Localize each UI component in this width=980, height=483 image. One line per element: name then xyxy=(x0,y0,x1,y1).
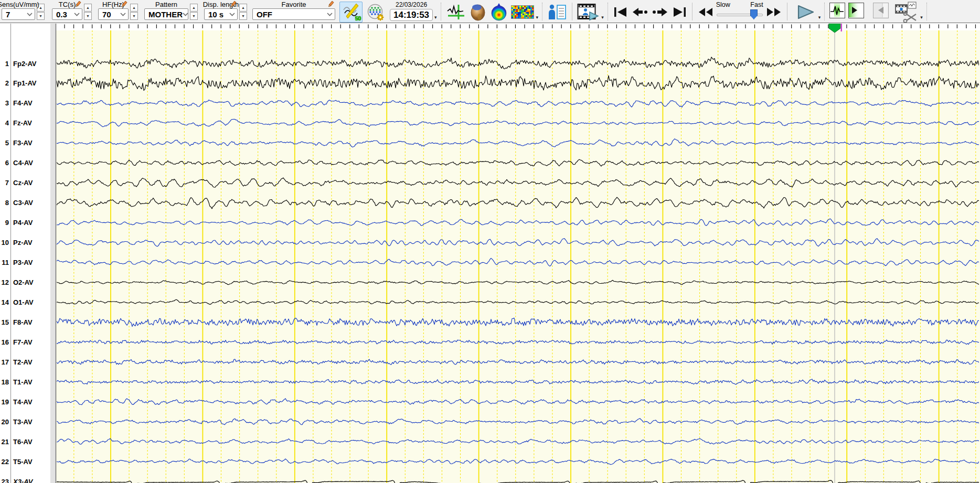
play-dropdown-caret[interactable]: ▾ xyxy=(818,15,821,20)
channel-label: F3-AV xyxy=(13,139,33,147)
channel-row-p3-av[interactable]: 11P3-AV xyxy=(0,259,50,267)
edit-pencil-icon[interactable] xyxy=(120,1,129,8)
pattern-step-down-button[interactable]: ▼ xyxy=(190,12,198,20)
channel-row-t2-av[interactable]: 17T2-AV xyxy=(0,358,50,366)
topo-map-icon xyxy=(490,3,508,22)
disp-length-step-up-button[interactable]: ▲ xyxy=(239,4,247,12)
param-group-favorite: Favorite OFF xyxy=(252,0,335,20)
param-group-hf: HF(Hz) 70 ▲ ▼ xyxy=(98,0,138,20)
play-reverse-button[interactable] xyxy=(873,3,889,18)
sens-value: 7 xyxy=(6,10,10,19)
channel-row-t6-av[interactable]: 21T6-AV xyxy=(0,437,50,446)
electrode-map-gear-icon xyxy=(367,3,386,22)
play-from-cursor-button[interactable] xyxy=(848,3,864,18)
pattern-combo[interactable]: MOTHER xyxy=(144,8,188,20)
waveform-axes-icon xyxy=(446,3,466,21)
previous-page-button[interactable] xyxy=(630,2,650,23)
recording-date: 22/03/2026 xyxy=(396,1,427,8)
head-3d-map-button[interactable] xyxy=(467,2,488,23)
channel-row-f7-av[interactable]: 16F7-AV xyxy=(0,338,50,346)
analysis-dropdown-caret[interactable]: ▾ xyxy=(536,15,539,20)
toolbar-separator xyxy=(542,3,542,20)
electrode-settings-button[interactable] xyxy=(365,2,388,23)
spectrogram-button[interactable] xyxy=(509,2,536,23)
channel-row-fz-av[interactable]: 4Fz-AV xyxy=(0,119,50,127)
channel-label: T3-AV xyxy=(13,418,33,426)
channel-row-f8-av[interactable]: 15F8-AV xyxy=(0,318,50,326)
channel-row-o2-av[interactable]: 12O2-AV xyxy=(0,278,50,286)
channel-row-f3-av[interactable]: 5F3-AV xyxy=(0,139,50,147)
tc-step-up-button[interactable]: ▲ xyxy=(84,4,92,12)
channel-label: T2-AV xyxy=(13,358,33,366)
toolbar-separator xyxy=(787,3,787,20)
tc-combo[interactable]: 0.3 xyxy=(52,8,82,20)
chevron-down-icon xyxy=(120,13,126,16)
notch-frequency-badge: 50 xyxy=(355,15,361,22)
dot-arrow-right-icon xyxy=(652,7,668,17)
channel-row-t1-av[interactable]: 18T1-AV xyxy=(0,378,50,386)
waveform-measure-button[interactable] xyxy=(444,2,467,23)
hf-step-up-button[interactable]: ▲ xyxy=(130,4,138,12)
channel-row-fp2-av[interactable]: 1Fp2-AV xyxy=(0,59,50,68)
disp-length-combo[interactable]: 10 s xyxy=(204,8,238,20)
channel-row-fp1-av[interactable]: 2Fp1-AV xyxy=(0,79,50,88)
channel-label: Cz-AV xyxy=(13,179,33,187)
disp-length-step-down-button[interactable]: ▼ xyxy=(239,12,247,20)
play-icon xyxy=(795,4,816,20)
channel-row-p4-av[interactable]: 9P4-AV xyxy=(0,219,50,227)
datetime-dropdown-caret[interactable]: ▾ xyxy=(434,15,437,20)
jump-to-end-button[interactable] xyxy=(670,2,689,23)
channel-row-pz-av[interactable]: 10Pz-AV xyxy=(0,239,50,247)
channel-label: Fp1-AV xyxy=(13,79,37,87)
sens-step-down-button[interactable]: ▼ xyxy=(37,12,45,20)
tc-step-down-button[interactable]: ▼ xyxy=(84,12,92,20)
channel-number: 21 xyxy=(0,438,9,446)
sens-combo[interactable]: 7 xyxy=(2,8,35,20)
hf-stepper: ▲ ▼ xyxy=(130,4,138,20)
channel-row-x3-av[interactable]: 23X3-AV xyxy=(0,478,50,483)
pattern-step-up-button[interactable]: ▲ xyxy=(190,4,198,12)
channel-number: 2 xyxy=(0,79,9,87)
review-segment-button[interactable] xyxy=(829,3,845,18)
channel-number: 16 xyxy=(0,338,9,346)
clip-dropdown-caret[interactable]: ▾ xyxy=(920,15,923,20)
channel-row-o1-av[interactable]: 14O1-AV xyxy=(0,298,50,306)
video-clip-cut-button[interactable] xyxy=(893,2,920,23)
channel-row-t5-av[interactable]: 22T5-AV xyxy=(0,457,50,466)
hf-combo[interactable]: 70 xyxy=(98,8,129,20)
channel-number: 23 xyxy=(0,478,9,483)
rewind-button[interactable] xyxy=(696,2,716,23)
fast-forward-button[interactable] xyxy=(764,2,784,23)
video-playback-button[interactable] xyxy=(576,2,601,23)
favorite-combo[interactable]: OFF xyxy=(252,8,335,20)
speed-slider-thumb[interactable] xyxy=(750,9,758,19)
video-dropdown-caret[interactable]: ▾ xyxy=(601,15,604,20)
channel-row-c3-av[interactable]: 8C3-AV xyxy=(0,199,50,207)
channel-label: C4-AV xyxy=(13,159,33,167)
jump-to-start-button[interactable] xyxy=(611,2,630,23)
play-button[interactable] xyxy=(794,2,818,23)
channel-label: O2-AV xyxy=(13,278,34,286)
patient-info-button[interactable] xyxy=(546,2,569,23)
edit-pencil-icon[interactable] xyxy=(229,1,238,8)
datetime-display[interactable]: 22/03/2026 14:19:53 xyxy=(390,1,433,21)
channel-row-c4-av[interactable]: 6C4-AV xyxy=(0,159,50,167)
channel-label: Fp2-AV xyxy=(13,60,37,68)
topography-map-button[interactable] xyxy=(488,2,509,23)
channel-row-t3-av[interactable]: 20T3-AV xyxy=(0,417,50,426)
channel-label: T5-AV xyxy=(13,458,33,466)
channel-row-f4-av[interactable]: 3F4-AV xyxy=(0,99,50,108)
channel-number: 10 xyxy=(0,239,9,246)
arrow-left-dot-icon xyxy=(632,7,648,17)
notch-filter-50hz-button[interactable]: 50 xyxy=(339,2,363,23)
edit-pencil-icon[interactable] xyxy=(327,1,335,8)
channel-number: 9 xyxy=(0,219,9,227)
channel-row-cz-av[interactable]: 7Cz-AV xyxy=(0,179,50,187)
eeg-trace-canvas[interactable] xyxy=(0,24,980,483)
head-3d-icon xyxy=(469,3,487,22)
next-page-button[interactable] xyxy=(650,2,670,23)
hf-step-down-button[interactable]: ▼ xyxy=(130,12,138,20)
speed-fast-label: Fast xyxy=(750,1,763,8)
channel-row-t4-av[interactable]: 19T4-AV xyxy=(0,398,50,406)
edit-pencil-icon[interactable] xyxy=(74,1,82,8)
